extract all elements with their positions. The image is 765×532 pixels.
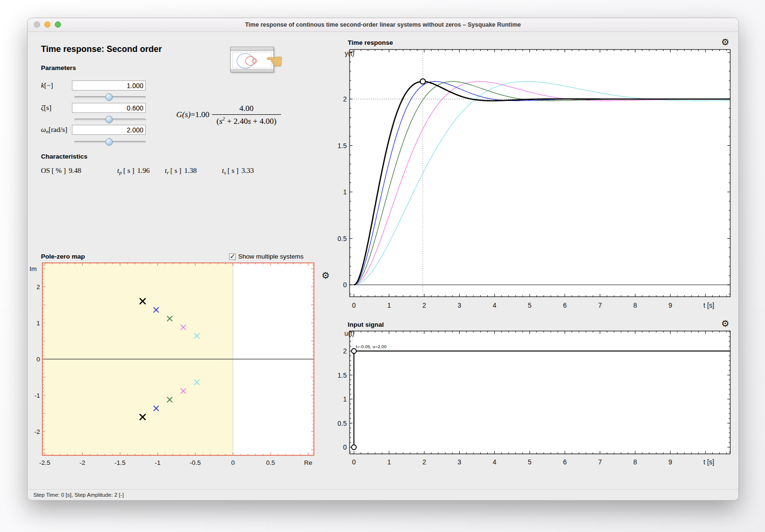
- transfer-function: G(s)=1.00 4.00 (s2 + 2.40s + 4.00): [176, 104, 281, 126]
- close-button[interactable]: [34, 21, 40, 28]
- svg-text:4: 4: [493, 301, 496, 309]
- svg-text:0: 0: [352, 458, 356, 466]
- svg-text:-2.5: -2.5: [39, 459, 50, 466]
- step-annotation: t=-0.05, u=2.00: [356, 344, 386, 349]
- svg-text:1: 1: [343, 188, 347, 196]
- minimize-button[interactable]: [44, 21, 50, 28]
- k-value-field[interactable]: [72, 80, 146, 90]
- svg-text:2: 2: [423, 458, 426, 466]
- zeta-value-field[interactable]: [72, 103, 146, 113]
- svg-text:7: 7: [598, 301, 602, 309]
- svg-text:3: 3: [458, 301, 462, 309]
- thumbnail-red-small-circle: [252, 59, 257, 63]
- pole-zero-plot[interactable]: Im-2-1012-2.5-2-1.5-1-0.500.5Re: [28, 259, 342, 471]
- svg-text:6: 6: [563, 301, 567, 309]
- omega-n-slider-handle[interactable]: [105, 138, 113, 146]
- svg-text:1: 1: [36, 320, 40, 327]
- zeta-slider[interactable]: [74, 116, 146, 123]
- k-slider[interactable]: [74, 93, 146, 101]
- svg-text:9: 9: [668, 301, 672, 309]
- status-bar: Step Time: 0 [s], Step Amplitude: 2 [-]: [28, 489, 738, 500]
- svg-text:9: 9: [668, 458, 672, 466]
- svg-text:t [s]: t [s]: [704, 458, 715, 466]
- svg-text:0: 0: [343, 443, 347, 451]
- svg-text:2: 2: [423, 301, 426, 309]
- input-signal-plot[interactable]: t=-0.05, u=2.00u(t)00.511.520123456789t …: [318, 325, 737, 473]
- svg-text:0: 0: [343, 281, 347, 289]
- svg-text:0: 0: [352, 301, 356, 309]
- step-top-marker[interactable]: [352, 349, 356, 353]
- svg-text:Re: Re: [304, 459, 312, 466]
- svg-text:7: 7: [598, 458, 602, 466]
- zoom-button[interactable]: [55, 21, 61, 28]
- svg-text:0.5: 0.5: [338, 235, 347, 242]
- svg-text:-2: -2: [34, 428, 40, 435]
- rise-time-value: tr[ s ]1.38: [165, 167, 197, 175]
- window-title: Time response of continous time second-o…: [28, 18, 738, 31]
- k-label: k[−]: [41, 81, 53, 90]
- svg-text:2: 2: [343, 347, 347, 355]
- zeta-slider-handle[interactable]: [105, 116, 113, 123]
- svg-text:-1: -1: [155, 459, 161, 466]
- svg-text:1.5: 1.5: [338, 371, 347, 379]
- peak-time-value: tp[ s ]1.96: [117, 167, 150, 175]
- svg-text:1.5: 1.5: [338, 142, 347, 150]
- svg-text:2: 2: [343, 95, 347, 103]
- interactive-plot-thumbnail: ☚: [230, 47, 279, 74]
- titlebar: Time response of continous time second-o…: [28, 18, 738, 32]
- svg-text:0.5: 0.5: [266, 459, 275, 466]
- svg-text:0: 0: [231, 459, 235, 466]
- svg-text:t [s]: t [s]: [704, 301, 715, 309]
- k-slider-handle[interactable]: [105, 93, 113, 101]
- overshoot-value: OS[ % ]9.48: [41, 167, 81, 175]
- svg-text:3: 3: [458, 458, 462, 466]
- time-response-plot[interactable]: y(t)00.511.520123456789t [s]: [318, 44, 737, 318]
- svg-text:0: 0: [36, 356, 40, 363]
- zeta-label: ζ[s]: [41, 104, 51, 112]
- omega-n-value-field[interactable]: [72, 125, 146, 135]
- svg-text:0.5: 0.5: [338, 420, 347, 427]
- omega-n-label: ωn[rad/s]: [41, 126, 67, 134]
- transfer-function-fraction: 4.00 (s2 + 2.40s + 4.00): [212, 104, 282, 126]
- transfer-function-denominator: (s2 + 2.40s + 4.00): [212, 114, 282, 126]
- svg-text:-1.5: -1.5: [114, 459, 125, 466]
- svg-text:y(t): y(t): [345, 50, 354, 57]
- svg-text:2: 2: [36, 283, 40, 291]
- svg-text:1: 1: [343, 395, 347, 403]
- svg-text:-0.5: -0.5: [190, 459, 201, 466]
- parameters-heading: Parameters: [41, 64, 76, 71]
- svg-text:5: 5: [528, 301, 532, 309]
- svg-text:-2: -2: [80, 459, 85, 466]
- pointing-hand-icon: ☚: [265, 50, 283, 73]
- svg-text:Im: Im: [30, 265, 37, 272]
- svg-text:4: 4: [493, 458, 496, 466]
- app-window: Time response of continous time second-o…: [27, 18, 739, 501]
- step-start-marker[interactable]: [352, 445, 356, 450]
- svg-text:u(t): u(t): [344, 330, 354, 337]
- omega-n-slider[interactable]: [74, 138, 146, 146]
- peak-marker[interactable]: [420, 79, 425, 84]
- svg-text:1: 1: [387, 301, 391, 309]
- page-title: Time response: Second order: [41, 44, 162, 54]
- characteristics-heading: Characteristics: [41, 153, 88, 160]
- svg-text:8: 8: [634, 458, 637, 466]
- settling-time-value: ts[ s ]3.33: [222, 167, 254, 175]
- svg-text:8: 8: [634, 301, 637, 309]
- svg-text:-1: -1: [34, 392, 40, 399]
- svg-text:1: 1: [387, 458, 391, 466]
- svg-text:5: 5: [528, 458, 532, 466]
- svg-text:6: 6: [563, 458, 567, 466]
